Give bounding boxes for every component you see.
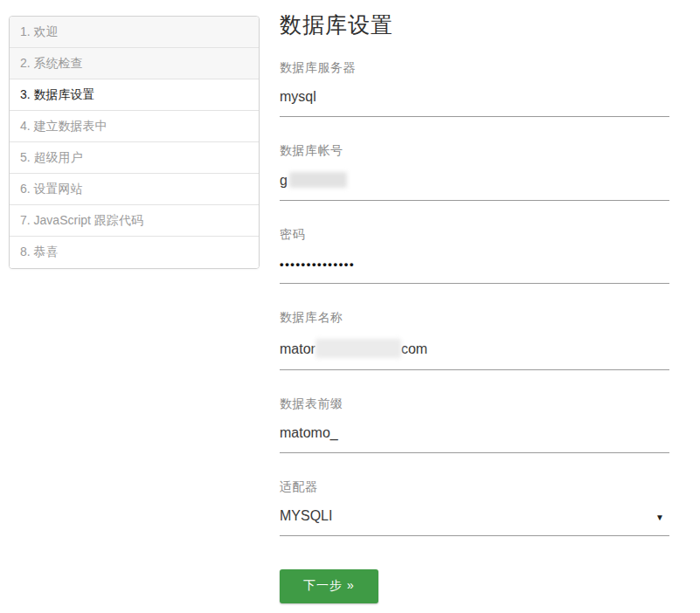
- field-db-login: 数据库帐号 g: [280, 143, 669, 201]
- chevron-down-icon: ▼: [655, 513, 664, 522]
- sidebar-item-database-setup[interactable]: 3. 数据库设置: [10, 79, 259, 111]
- redacted-text: [315, 339, 401, 358]
- field-db-name: 数据库名称 matorcom: [280, 310, 669, 370]
- adapter-select[interactable]: MYSQLI ▼: [280, 508, 669, 536]
- table-prefix-value: matomo_: [280, 425, 338, 440]
- db-password-masked-value: ••••••••••••••: [280, 258, 355, 271]
- sidebar-item-super-user: 5. 超级用户: [10, 142, 259, 174]
- sidebar-item-setup-website: 6. 设置网站: [10, 174, 259, 205]
- page-title: 数据库设置: [280, 10, 669, 39]
- db-server-label: 数据库服务器: [280, 60, 669, 76]
- sidebar-item-js-tracking: 7. JavaScript 跟踪代码: [10, 205, 259, 237]
- redacted-text: [289, 172, 347, 188]
- db-name-label: 数据库名称: [280, 310, 669, 326]
- db-login-value: g: [280, 173, 288, 188]
- sidebar-item-welcome[interactable]: 1. 欢迎: [10, 17, 259, 48]
- field-table-prefix: 数据表前缀 matomo_: [280, 396, 669, 453]
- db-name-value-prefix: mator: [280, 341, 315, 356]
- db-login-label: 数据库帐号: [280, 143, 669, 159]
- field-adapter: 适配器 MYSQLI ▼: [280, 479, 669, 536]
- adapter-label: 适配器: [280, 479, 669, 495]
- db-password-label: 密码: [280, 227, 669, 243]
- installer-steps-sidebar: 1. 欢迎 2. 系统检查 3. 数据库设置 4. 建立数据表中 5. 超级用户…: [9, 16, 260, 269]
- table-prefix-input[interactable]: matomo_: [280, 425, 669, 453]
- db-name-input[interactable]: matorcom: [280, 339, 669, 370]
- db-server-value: mysql: [280, 89, 316, 104]
- db-password-input[interactable]: ••••••••••••••: [280, 256, 669, 284]
- db-server-input[interactable]: mysql: [280, 89, 669, 117]
- sidebar-item-system-check[interactable]: 2. 系统检查: [10, 48, 259, 79]
- adapter-selected-value: MYSQLI: [280, 508, 332, 523]
- next-step-button[interactable]: 下一步 »: [280, 569, 378, 603]
- sidebar-item-congratulations: 8. 恭喜: [10, 237, 259, 268]
- table-prefix-label: 数据表前缀: [280, 396, 669, 412]
- field-db-server: 数据库服务器 mysql: [280, 60, 669, 117]
- sidebar-item-create-tables: 4. 建立数据表中: [10, 111, 259, 142]
- db-name-value-suffix: com: [401, 341, 427, 356]
- field-db-password: 密码 ••••••••••••••: [280, 227, 669, 284]
- db-login-input[interactable]: g: [280, 172, 669, 201]
- database-setup-form: 数据库设置 数据库服务器 mysql 数据库帐号 g 密码 ••••••••••…: [280, 10, 669, 603]
